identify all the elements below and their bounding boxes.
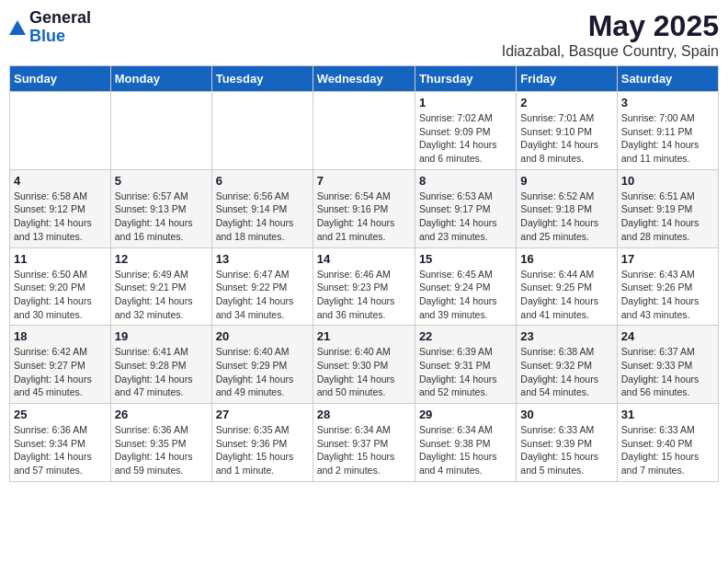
day-info: Sunrise: 6:45 AM Sunset: 9:24 PM Dayligh…: [419, 268, 512, 322]
calendar-cell: 16Sunrise: 6:44 AM Sunset: 9:25 PM Dayli…: [517, 247, 617, 326]
logo-blue: Blue: [29, 28, 91, 46]
subtitle: Idiazabal, Basque Country, Spain: [502, 43, 719, 60]
day-info: Sunrise: 6:44 AM Sunset: 9:25 PM Dayligh…: [520, 268, 612, 322]
calendar-cell: 28Sunrise: 6:34 AM Sunset: 9:37 PM Dayli…: [313, 404, 415, 482]
day-number: 7: [317, 174, 411, 188]
calendar-cell: 8Sunrise: 6:53 AM Sunset: 9:17 PM Daylig…: [415, 169, 516, 247]
page-header: General Blue May 2025 Idiazabal, Basque …: [9, 9, 719, 60]
day-number: 26: [115, 408, 208, 421]
day-info: Sunrise: 6:51 AM Sunset: 9:19 PM Dayligh…: [621, 190, 714, 244]
day-info: Sunrise: 6:33 AM Sunset: 9:40 PM Dayligh…: [621, 423, 714, 477]
day-number: 24: [621, 329, 714, 343]
day-number: 4: [14, 174, 107, 188]
calendar-cell: 30Sunrise: 6:33 AM Sunset: 9:39 PM Dayli…: [517, 404, 617, 482]
logo-general: General: [29, 9, 91, 28]
day-info: Sunrise: 6:47 AM Sunset: 9:22 PM Dayligh…: [216, 268, 309, 322]
day-info: Sunrise: 6:49 AM Sunset: 9:21 PM Dayligh…: [115, 268, 208, 322]
day-info: Sunrise: 6:36 AM Sunset: 9:35 PM Dayligh…: [115, 423, 208, 477]
day-number: 17: [621, 252, 714, 266]
day-number: 25: [14, 408, 107, 421]
day-number: 20: [216, 329, 309, 343]
calendar-cell: 18Sunrise: 6:42 AM Sunset: 9:27 PM Dayli…: [10, 326, 111, 404]
day-number: 15: [419, 252, 512, 266]
header-sunday: Sunday: [10, 66, 111, 92]
calendar-cell: 22Sunrise: 6:39 AM Sunset: 9:31 PM Dayli…: [415, 326, 516, 404]
day-info: Sunrise: 6:35 AM Sunset: 9:36 PM Dayligh…: [216, 423, 309, 477]
day-number: 29: [419, 408, 512, 421]
calendar-cell: 9Sunrise: 6:52 AM Sunset: 9:18 PM Daylig…: [517, 169, 617, 247]
calendar-cell: 17Sunrise: 6:43 AM Sunset: 9:26 PM Dayli…: [617, 247, 718, 326]
main-title: May 2025: [502, 9, 719, 43]
day-info: Sunrise: 6:43 AM Sunset: 9:26 PM Dayligh…: [621, 268, 714, 322]
day-info: Sunrise: 7:00 AM Sunset: 9:11 PM Dayligh…: [621, 111, 714, 166]
header-thursday: Thursday: [415, 66, 516, 92]
day-number: 19: [115, 329, 208, 343]
day-info: Sunrise: 6:52 AM Sunset: 9:18 PM Dayligh…: [520, 190, 612, 244]
calendar-week-row: 1Sunrise: 7:02 AM Sunset: 9:09 PM Daylig…: [10, 92, 719, 170]
day-info: Sunrise: 6:33 AM Sunset: 9:39 PM Dayligh…: [520, 423, 612, 477]
day-info: Sunrise: 6:38 AM Sunset: 9:32 PM Dayligh…: [520, 345, 612, 399]
day-number: 18: [14, 329, 107, 343]
calendar-cell: 26Sunrise: 6:36 AM Sunset: 9:35 PM Dayli…: [110, 404, 211, 482]
calendar-cell: 6Sunrise: 6:56 AM Sunset: 9:14 PM Daylig…: [211, 169, 313, 247]
calendar-week-row: 18Sunrise: 6:42 AM Sunset: 9:27 PM Dayli…: [10, 326, 719, 404]
header-friday: Friday: [517, 66, 617, 92]
day-info: Sunrise: 6:56 AM Sunset: 9:14 PM Dayligh…: [216, 190, 309, 244]
calendar-cell: 23Sunrise: 6:38 AM Sunset: 9:32 PM Dayli…: [517, 326, 617, 404]
day-number: 10: [621, 174, 714, 188]
calendar-week-row: 25Sunrise: 6:36 AM Sunset: 9:34 PM Dayli…: [10, 404, 719, 482]
calendar-cell: 13Sunrise: 6:47 AM Sunset: 9:22 PM Dayli…: [211, 247, 313, 326]
day-info: Sunrise: 6:42 AM Sunset: 9:27 PM Dayligh…: [14, 345, 107, 399]
header-wednesday: Wednesday: [313, 66, 415, 92]
calendar-cell: 20Sunrise: 6:40 AM Sunset: 9:29 PM Dayli…: [211, 326, 313, 404]
day-info: Sunrise: 6:50 AM Sunset: 9:20 PM Dayligh…: [14, 268, 107, 322]
calendar-week-row: 4Sunrise: 6:58 AM Sunset: 9:12 PM Daylig…: [10, 169, 719, 247]
logo: General Blue: [9, 9, 91, 46]
calendar-cell: 27Sunrise: 6:35 AM Sunset: 9:36 PM Dayli…: [211, 404, 313, 482]
calendar-cell: [110, 92, 211, 170]
calendar-cell: 29Sunrise: 6:34 AM Sunset: 9:38 PM Dayli…: [415, 404, 516, 482]
day-info: Sunrise: 6:34 AM Sunset: 9:37 PM Dayligh…: [317, 423, 411, 477]
day-info: Sunrise: 6:41 AM Sunset: 9:28 PM Dayligh…: [115, 345, 208, 399]
calendar-cell: 5Sunrise: 6:57 AM Sunset: 9:13 PM Daylig…: [110, 169, 211, 247]
calendar-table: SundayMondayTuesdayWednesdayThursdayFrid…: [9, 65, 719, 482]
day-info: Sunrise: 7:02 AM Sunset: 9:09 PM Dayligh…: [419, 111, 512, 166]
calendar-cell: 21Sunrise: 6:40 AM Sunset: 9:30 PM Dayli…: [313, 326, 415, 404]
day-number: 13: [216, 252, 309, 266]
day-info: Sunrise: 6:34 AM Sunset: 9:38 PM Dayligh…: [419, 423, 512, 477]
calendar-cell: 25Sunrise: 6:36 AM Sunset: 9:34 PM Dayli…: [10, 404, 111, 482]
day-number: 16: [520, 252, 612, 266]
day-number: 27: [216, 408, 309, 421]
day-number: 21: [317, 329, 411, 343]
day-info: Sunrise: 6:40 AM Sunset: 9:30 PM Dayligh…: [317, 345, 411, 399]
calendar-cell: 19Sunrise: 6:41 AM Sunset: 9:28 PM Dayli…: [110, 326, 211, 404]
day-info: Sunrise: 6:58 AM Sunset: 9:12 PM Dayligh…: [14, 190, 107, 244]
calendar-cell: [211, 92, 313, 170]
day-number: 2: [520, 96, 612, 109]
day-info: Sunrise: 6:53 AM Sunset: 9:17 PM Dayligh…: [419, 190, 512, 244]
calendar-cell: 15Sunrise: 6:45 AM Sunset: 9:24 PM Dayli…: [415, 247, 516, 326]
day-number: 8: [419, 174, 512, 188]
calendar-cell: 1Sunrise: 7:02 AM Sunset: 9:09 PM Daylig…: [415, 92, 516, 170]
day-info: Sunrise: 6:40 AM Sunset: 9:29 PM Dayligh…: [216, 345, 309, 399]
calendar-cell: 7Sunrise: 6:54 AM Sunset: 9:16 PM Daylig…: [313, 169, 415, 247]
day-number: 12: [115, 252, 208, 266]
day-info: Sunrise: 6:37 AM Sunset: 9:33 PM Dayligh…: [621, 345, 714, 399]
calendar-cell: [10, 92, 111, 170]
calendar-cell: 10Sunrise: 6:51 AM Sunset: 9:19 PM Dayli…: [617, 169, 718, 247]
calendar-cell: 31Sunrise: 6:33 AM Sunset: 9:40 PM Dayli…: [617, 404, 718, 482]
day-number: 3: [621, 96, 714, 109]
calendar-cell: 14Sunrise: 6:46 AM Sunset: 9:23 PM Dayli…: [313, 247, 415, 326]
day-number: 22: [419, 329, 512, 343]
calendar-cell: 4Sunrise: 6:58 AM Sunset: 9:12 PM Daylig…: [10, 169, 111, 247]
day-info: Sunrise: 6:36 AM Sunset: 9:34 PM Dayligh…: [14, 423, 107, 477]
day-number: 28: [317, 408, 411, 421]
day-info: Sunrise: 6:46 AM Sunset: 9:23 PM Dayligh…: [317, 268, 411, 322]
calendar-cell: 11Sunrise: 6:50 AM Sunset: 9:20 PM Dayli…: [10, 247, 111, 326]
day-number: 1: [419, 96, 512, 109]
logo-text: General Blue: [29, 9, 91, 46]
day-info: Sunrise: 6:57 AM Sunset: 9:13 PM Dayligh…: [115, 190, 208, 244]
day-number: 31: [621, 408, 714, 421]
header-saturday: Saturday: [617, 66, 718, 92]
calendar-cell: 3Sunrise: 7:00 AM Sunset: 9:11 PM Daylig…: [617, 92, 718, 170]
